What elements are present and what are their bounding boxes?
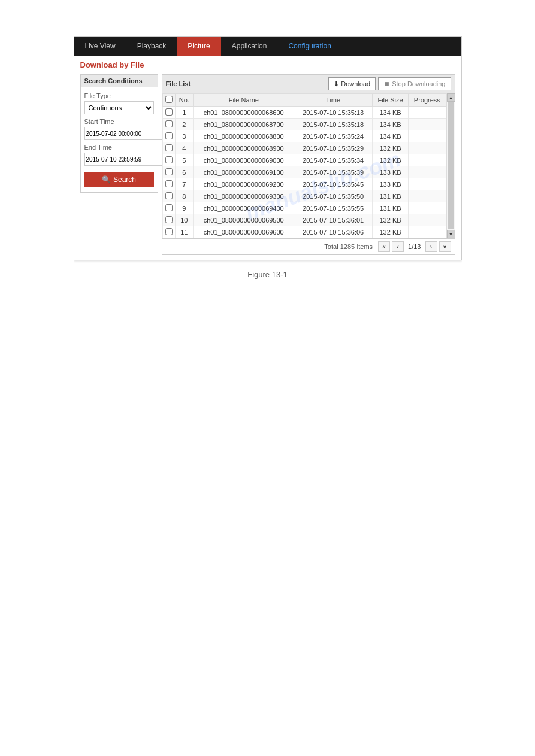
nav-picture[interactable]: Picture [177, 37, 220, 56]
row-checkbox[interactable] [165, 156, 173, 163]
table-row: 9 ch01_08000000000069400 2015-07-10 15:3… [162, 202, 446, 214]
nav-live-view[interactable]: Live View [74, 37, 126, 56]
prev-page-button[interactable]: ‹ [392, 241, 404, 252]
scrollbar-thumb[interactable] [448, 102, 454, 229]
scrollbar-down-button[interactable]: ▼ [447, 230, 455, 238]
file-type-select[interactable]: Continuous Motion Alarm All [84, 101, 154, 114]
row-time: 2015-07-10 15:36:01 [294, 214, 373, 226]
row-filename[interactable]: ch01_08000000000068600 [194, 107, 294, 119]
nav-application[interactable]: Application [221, 37, 278, 56]
row-filename[interactable]: ch01_08000000000069500 [194, 214, 294, 226]
row-filename[interactable]: ch01_08000000000069100 [194, 166, 294, 178]
row-filesize: 131 KB [372, 202, 408, 214]
table-row: 7 ch01_08000000000069200 2015-07-10 15:3… [162, 178, 446, 190]
row-checkbox[interactable] [165, 216, 173, 223]
nav-configuration[interactable]: Configuration [277, 37, 341, 56]
row-filename[interactable]: ch01_08000000000069400 [194, 202, 294, 214]
row-no: 6 [175, 166, 194, 178]
main-layout: Search Conditions File Type Continuous M… [80, 74, 455, 255]
table-row: 6 ch01_08000000000069100 2015-07-10 15:3… [162, 166, 446, 178]
row-filesize: 132 KB [372, 226, 408, 238]
row-filesize: 132 KB [372, 142, 408, 154]
row-filesize: 132 KB [372, 154, 408, 166]
scrollbar-up-button[interactable]: ▲ [447, 93, 455, 102]
row-checkbox[interactable] [165, 108, 173, 116]
row-filesize: 133 KB [372, 166, 408, 178]
table-row: 10 ch01_08000000000069500 2015-07-10 15:… [162, 214, 446, 226]
row-filesize: 133 KB [372, 178, 408, 190]
row-checkbox[interactable] [165, 120, 173, 127]
row-no: 3 [175, 130, 194, 142]
row-filename[interactable]: ch01_08000000000068700 [194, 119, 294, 130]
row-no: 11 [175, 226, 194, 238]
row-checkbox[interactable] [165, 192, 173, 199]
row-time: 2015-07-10 15:35:24 [294, 130, 373, 142]
row-checkbox-cell [162, 214, 175, 226]
next-page-button[interactable]: › [425, 241, 437, 252]
row-filename[interactable]: ch01_08000000000069200 [194, 178, 294, 190]
row-checkbox[interactable] [165, 204, 173, 211]
table-row: 1 ch01_08000000000068600 2015-07-10 15:3… [162, 107, 446, 119]
checkbox-header [162, 94, 175, 107]
page-info: 1/13 [406, 243, 423, 250]
row-no: 9 [175, 202, 194, 214]
table-row: 4 ch01_08000000000068900 2015-07-10 15:3… [162, 142, 446, 154]
row-filesize: 134 KB [372, 119, 408, 130]
row-filename[interactable]: ch01_08000000000069000 [194, 154, 294, 166]
row-filename[interactable]: ch01_08000000000068900 [194, 142, 294, 154]
row-checkbox[interactable] [165, 228, 173, 235]
row-checkbox-cell [162, 107, 175, 119]
file-table: No. File Name Time File Size Progress [162, 93, 446, 238]
download-button[interactable]: ⬇ Download [328, 77, 376, 90]
first-page-button[interactable]: « [378, 241, 390, 252]
row-checkbox[interactable] [165, 132, 173, 139]
row-time: 2015-07-10 15:35:55 [294, 202, 373, 214]
file-list-label: File List [166, 80, 191, 87]
row-no: 4 [175, 142, 194, 154]
row-time: 2015-07-10 15:36:06 [294, 226, 373, 238]
row-no: 2 [175, 119, 194, 130]
search-conditions: File Type Continuous Motion Alarm All St… [80, 87, 158, 193]
select-all-checkbox[interactable] [165, 96, 173, 103]
row-time: 2015-07-10 15:35:18 [294, 119, 373, 130]
search-icon: 🔍 [102, 175, 111, 184]
row-filesize: 134 KB [372, 107, 408, 119]
table-row: 3 ch01_08000000000068800 2015-07-10 15:3… [162, 130, 446, 142]
row-progress [409, 178, 446, 190]
row-progress [409, 130, 446, 142]
row-filename[interactable]: ch01_08000000000069600 [194, 226, 294, 238]
download-icon: ⬇ [334, 80, 339, 88]
total-items-label: Total 1285 Items [324, 243, 373, 250]
row-filename[interactable]: ch01_08000000000068800 [194, 130, 294, 142]
end-time-input[interactable] [84, 153, 164, 166]
row-checkbox[interactable] [165, 168, 173, 175]
search-panel: Search Conditions File Type Continuous M… [80, 74, 158, 255]
row-time: 2015-07-10 15:35:50 [294, 190, 373, 202]
table-row: 11 ch01_08000000000069600 2015-07-10 15:… [162, 226, 446, 238]
table-row: 8 ch01_08000000000069300 2015-07-10 15:3… [162, 190, 446, 202]
last-page-button[interactable]: » [439, 241, 451, 252]
col-no: No. [175, 94, 194, 107]
row-checkbox[interactable] [165, 144, 173, 151]
col-filename: File Name [194, 94, 294, 107]
row-checkbox-cell [162, 166, 175, 178]
row-checkbox[interactable] [165, 180, 173, 187]
row-filename[interactable]: ch01_08000000000069300 [194, 190, 294, 202]
col-progress: Progress [409, 94, 446, 107]
row-no: 7 [175, 178, 194, 190]
stop-downloading-button[interactable]: ⏹ Stop Downloading [378, 77, 451, 90]
row-progress [409, 154, 446, 166]
nav-playback[interactable]: Playback [126, 37, 177, 56]
row-checkbox-cell [162, 154, 175, 166]
start-time-input[interactable] [84, 127, 164, 140]
file-list-panel: File List ⬇ Download ⏹ Stop Downloading [162, 74, 455, 255]
search-button[interactable]: 🔍 Search [84, 172, 154, 187]
row-no: 10 [175, 214, 194, 226]
row-no: 8 [175, 190, 194, 202]
table-wrapper: No. File Name Time File Size Progress [162, 93, 455, 239]
search-panel-header: Search Conditions [80, 74, 158, 87]
row-progress [409, 190, 446, 202]
row-filesize: 131 KB [372, 190, 408, 202]
row-checkbox-cell [162, 119, 175, 130]
file-list-header: File List ⬇ Download ⏹ Stop Downloading [162, 74, 455, 93]
